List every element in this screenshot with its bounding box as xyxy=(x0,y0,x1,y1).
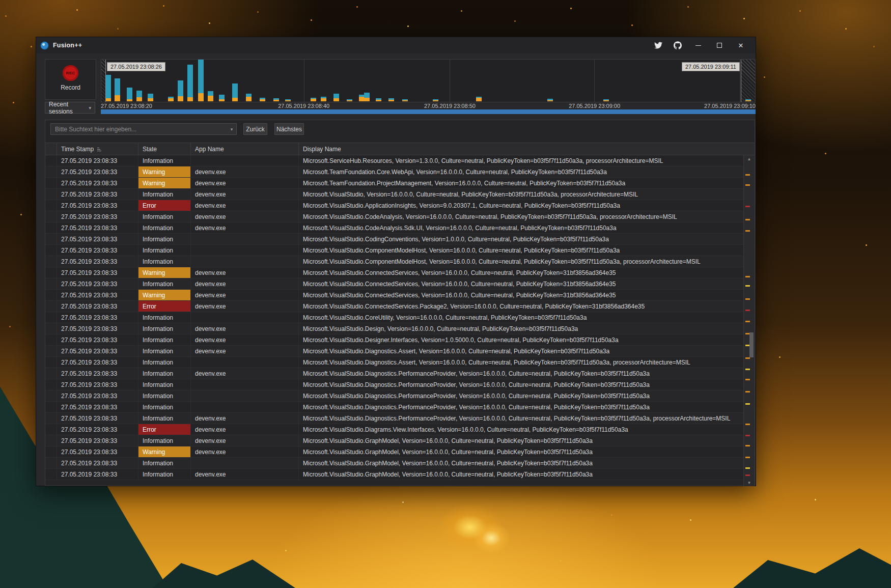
cell-appname: devenv.exe xyxy=(191,424,299,435)
cell-appname: devenv.exe xyxy=(191,290,299,300)
table-row[interactable]: 27.05.2019 23:08:33Warningdevenv.exeMicr… xyxy=(45,267,743,278)
twitter-button[interactable] xyxy=(649,37,668,53)
scrollbar-annotation-mark[interactable] xyxy=(745,424,750,425)
table-row[interactable]: 27.05.2019 23:08:33InformationMicrosoft.… xyxy=(45,379,743,390)
scrollbar-annotation-mark[interactable] xyxy=(745,379,750,380)
scroll-marks[interactable] xyxy=(744,162,755,479)
table-row[interactable]: 27.05.2019 23:08:33InformationMicrosoft.… xyxy=(45,458,743,469)
table-row[interactable]: 27.05.2019 23:08:33Informationdevenv.exe… xyxy=(45,469,743,480)
table-row[interactable]: 27.05.2019 23:08:33Informationdevenv.exe… xyxy=(45,323,743,334)
histogram-bar-warning-segment xyxy=(376,100,381,101)
cell-timestamp: 27.05.2019 23:08:33 xyxy=(57,211,138,222)
table-row[interactable]: 27.05.2019 23:08:33InformationMicrosoft.… xyxy=(45,312,743,323)
cell-timestamp: 27.05.2019 23:08:33 xyxy=(57,222,138,233)
table-row[interactable]: 27.05.2019 23:08:33Warningdevenv.exeMicr… xyxy=(45,290,743,301)
table-row[interactable]: 27.05.2019 23:08:33InformationMicrosoft.… xyxy=(45,256,743,267)
cell-appname xyxy=(191,357,299,368)
cell-timestamp: 27.05.2019 23:08:33 xyxy=(57,368,138,379)
cell-timestamp: 27.05.2019 23:08:33 xyxy=(57,346,138,356)
table-row[interactable]: 27.05.2019 23:08:33Informationdevenv.exe… xyxy=(45,334,743,346)
timeline-range-hatch-right[interactable] xyxy=(741,60,755,102)
table-row[interactable]: 27.05.2019 23:08:33Warningdevenv.exeMicr… xyxy=(45,178,743,189)
close-button[interactable]: ✕ xyxy=(730,37,751,53)
back-button[interactable]: Zurück xyxy=(243,123,267,135)
table-row[interactable]: 27.05.2019 23:08:33InformationMicrosoft.… xyxy=(45,155,743,166)
table-row[interactable]: 27.05.2019 23:08:33Errordevenv.exeMicros… xyxy=(45,200,743,211)
scrollbar-annotation-mark[interactable] xyxy=(745,285,750,287)
scrollbar-annotation-mark[interactable] xyxy=(745,276,750,277)
table-row[interactable]: 27.05.2019 23:08:33Informationdevenv.exe… xyxy=(45,189,743,200)
header-appname[interactable]: App Name xyxy=(191,143,299,155)
cell-appname: devenv.exe xyxy=(191,413,299,424)
cell-state: Information xyxy=(138,469,191,480)
scrollbar-annotation-mark[interactable] xyxy=(745,445,750,446)
title-bar[interactable]: Fusion++ ✕ xyxy=(36,37,756,53)
minimize-button[interactable] xyxy=(687,37,709,53)
table-row[interactable]: 27.05.2019 23:08:33Errordevenv.exeMicros… xyxy=(45,301,743,312)
header-state[interactable]: State xyxy=(138,143,191,155)
timeline-chart[interactable]: 27.05.2019 23:08:26 27.05.2019 23:09:11 xyxy=(101,59,756,102)
table-row[interactable]: 27.05.2019 23:08:33Informationdevenv.exe… xyxy=(45,413,743,424)
scrollbar-annotation-mark[interactable] xyxy=(745,403,750,405)
cell-state: Information xyxy=(138,278,191,289)
cell-displayname: Microsoft.VisualStudio.ComponentModelHos… xyxy=(299,256,743,267)
next-button[interactable]: Nächstes xyxy=(274,123,304,135)
scrollbar-annotation-mark[interactable] xyxy=(745,435,750,436)
scrollbar-annotation-mark[interactable] xyxy=(745,206,750,207)
row-indicator xyxy=(45,402,57,412)
histogram-bar-warning-segment xyxy=(333,98,339,101)
table-row[interactable]: 27.05.2019 23:08:33Errordevenv.exeMicros… xyxy=(45,424,743,435)
table-row[interactable]: 27.05.2019 23:08:33Informationdevenv.exe… xyxy=(45,435,743,446)
github-icon xyxy=(674,41,682,49)
histogram-bar xyxy=(168,97,174,101)
scrollbar-annotation-mark[interactable] xyxy=(745,298,750,300)
header-timestamp[interactable]: Time Stamp xyxy=(57,143,138,155)
row-indicator xyxy=(45,245,57,256)
histogram-bar xyxy=(127,88,132,101)
table-row[interactable]: 27.05.2019 23:08:33Informationdevenv.exe… xyxy=(45,346,743,357)
scrollbar-annotation-mark[interactable] xyxy=(745,391,750,393)
cell-appname xyxy=(191,379,299,390)
scrollbar-annotation-mark[interactable] xyxy=(745,474,750,476)
table-row[interactable]: 27.05.2019 23:08:33InformationMicrosoft.… xyxy=(45,390,743,402)
recent-sessions-dropdown[interactable]: Recent sessions ▾ xyxy=(45,102,95,114)
table-row[interactable]: 27.05.2019 23:08:33InformationMicrosoft.… xyxy=(45,234,743,245)
table-row[interactable]: 27.05.2019 23:08:33Warningdevenv.exeMicr… xyxy=(45,166,743,178)
cell-state: Warning xyxy=(138,178,191,188)
github-button[interactable] xyxy=(668,37,687,53)
scrollbar-annotation-mark[interactable] xyxy=(745,457,750,458)
table-row[interactable]: 27.05.2019 23:08:33Warningdevenv.exeMicr… xyxy=(45,446,743,458)
table-row[interactable]: 27.05.2019 23:08:33InformationMicrosoft.… xyxy=(45,402,743,413)
cell-state: Information xyxy=(138,312,191,323)
table-row[interactable]: 27.05.2019 23:08:33Informationdevenv.exe… xyxy=(45,211,743,222)
scrollbar-annotation-mark[interactable] xyxy=(745,369,750,370)
vertical-scrollbar[interactable]: ▲ ▼ xyxy=(743,155,755,486)
cell-displayname: Microsoft.VisualStudio.Diagnostics.Asser… xyxy=(299,346,743,356)
scrollbar-annotation-mark[interactable] xyxy=(745,357,750,359)
scroll-up-icon[interactable]: ▲ xyxy=(744,155,755,162)
timeline-range-hatch-left[interactable] xyxy=(101,60,106,102)
table-row[interactable]: 27.05.2019 23:08:33Informationdevenv.exe… xyxy=(45,368,743,379)
table-row[interactable]: 27.05.2019 23:08:33InformationMicrosoft.… xyxy=(45,245,743,256)
record-button[interactable]: REC Record xyxy=(45,59,96,100)
scrollbar-annotation-mark[interactable] xyxy=(745,310,750,311)
search-input[interactable] xyxy=(51,126,227,133)
scrollbar-annotation-mark[interactable] xyxy=(745,467,750,469)
table-row[interactable]: 27.05.2019 23:08:33InformationMicrosoft.… xyxy=(45,357,743,368)
scroll-down-icon[interactable]: ▼ xyxy=(744,479,755,486)
header-displayname[interactable]: Display Name xyxy=(299,143,755,155)
histogram-bar-warning-segment xyxy=(285,100,291,101)
table-row[interactable]: 27.05.2019 23:08:33Informationdevenv.exe… xyxy=(45,222,743,234)
maximize-button[interactable] xyxy=(709,37,730,53)
scrollbar-annotation-mark[interactable] xyxy=(745,174,750,176)
timeline-scrollbar[interactable] xyxy=(101,109,756,114)
header-displayname-label: Display Name xyxy=(303,146,341,153)
scrollbar-annotation-mark[interactable] xyxy=(745,184,750,186)
scrollbar-annotation-mark[interactable] xyxy=(745,219,750,220)
scrollbar-annotation-mark[interactable] xyxy=(745,230,750,232)
scrollbar-thumb[interactable] xyxy=(749,332,754,357)
search-combo[interactable]: ▾ xyxy=(50,123,237,135)
scrollbar-annotation-mark[interactable] xyxy=(745,321,750,322)
timeline-start-tooltip: 27.05.2019 23:08:26 xyxy=(107,62,165,71)
table-row[interactable]: 27.05.2019 23:08:33Informationdevenv.exe… xyxy=(45,278,743,290)
